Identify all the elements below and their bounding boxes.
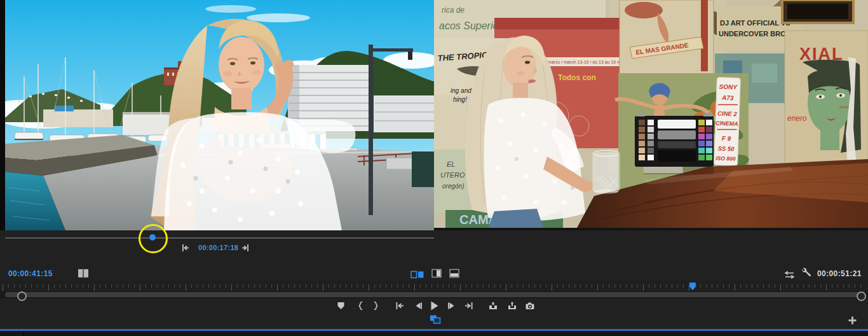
- add-marker-button[interactable]: [336, 300, 346, 311]
- extract-icon: [507, 301, 517, 311]
- view-mode-vertical-split[interactable]: [431, 268, 442, 278]
- yellow-highlight-annotation: [139, 224, 168, 253]
- svg-text:CINEMA: CINEMA: [715, 120, 738, 127]
- go-to-out-button[interactable]: [463, 300, 474, 311]
- swap-sides-button[interactable]: [783, 270, 795, 280]
- svg-text:EL: EL: [447, 160, 455, 168]
- camera-icon: [525, 301, 535, 311]
- go-to-in-button[interactable]: [394, 300, 405, 311]
- step-back-icon: [414, 301, 423, 311]
- go-to-in-button-mini[interactable]: [180, 242, 191, 253]
- view-mode-horizontal-split[interactable]: [449, 268, 460, 278]
- view-mode-side-by-side[interactable]: [410, 269, 425, 279]
- svg-text:UTERO: UTERO: [440, 171, 465, 179]
- lift-button[interactable]: [487, 300, 498, 311]
- vertical-split-icon: [431, 269, 442, 278]
- reference-scrubber-track[interactable]: [5, 237, 434, 239]
- light-pole: [369, 45, 373, 215]
- wrench-icon: [801, 267, 811, 277]
- svg-text:SS 50: SS 50: [717, 145, 735, 153]
- ruler-large-ticks: [3, 284, 865, 291]
- svg-text:oregón): oregón): [442, 183, 464, 190]
- panel-divider: [23, 331, 24, 336]
- mark-in-icon: [355, 301, 365, 311]
- playhead[interactable]: [689, 282, 696, 291]
- end-timecode: 00:00:51:21: [817, 269, 862, 278]
- lift-icon: [488, 301, 498, 311]
- crystal-glass: [593, 151, 620, 194]
- extract-button[interactable]: [506, 300, 517, 311]
- svg-text:ing and: ing and: [451, 87, 471, 94]
- button-editor-button[interactable]: [848, 316, 857, 325]
- jeans: [488, 209, 543, 228]
- settings-button[interactable]: [801, 267, 812, 277]
- scrollbar-handle-right[interactable]: [857, 291, 866, 301]
- poster-trapeze: EL MAS GRANDE: [620, 0, 714, 75]
- poster-wall-scene-illustration: rica de acos Superiores al 19 de marzo /…: [434, 0, 868, 228]
- swap-icon: [784, 271, 795, 279]
- current-timecode[interactable]: 00:00:41:15: [8, 269, 53, 278]
- picture-frame: [782, 0, 853, 23]
- comparison-view-icon: [428, 314, 442, 325]
- reference-timecode[interactable]: 00:00:17:18: [198, 244, 238, 251]
- go-to-out-icon: [241, 244, 250, 252]
- svg-text:A73: A73: [721, 94, 734, 102]
- svg-text:SONY: SONY: [719, 83, 738, 91]
- step-forward-button[interactable]: [446, 300, 457, 311]
- horizontal-split-icon: [449, 269, 459, 278]
- mark-in-button[interactable]: [355, 300, 365, 311]
- play-button[interactable]: [429, 300, 440, 311]
- svg-text:rica de: rica de: [442, 6, 465, 15]
- video-frame-right-current: rica de acos Superiores al 19 de marzo /…: [434, 0, 868, 228]
- export-frame-button[interactable]: [524, 300, 535, 311]
- svg-text:ISO 800: ISO 800: [715, 155, 736, 162]
- svg-text:F 9: F 9: [722, 135, 731, 143]
- mark-out-icon: [372, 301, 381, 311]
- color-checker-chart: [635, 114, 714, 167]
- playhead-icon: [689, 282, 696, 291]
- marker-icon: [336, 301, 346, 311]
- shot-comparison-button[interactable]: [77, 268, 90, 278]
- scrollbar-handle-left[interactable]: [17, 291, 27, 301]
- play-icon: [429, 300, 440, 311]
- step-back-button[interactable]: [413, 300, 424, 311]
- harbor-scene-illustration: [5, 0, 434, 230]
- svg-text:hing!: hing!: [453, 96, 467, 103]
- timeline-scrollbar[interactable]: [5, 292, 863, 297]
- svg-text:enero: enero: [787, 114, 807, 123]
- plus-icon: [848, 316, 857, 325]
- comparison-view-toggle[interactable]: [428, 314, 442, 325]
- source-monitor-comparison-panel: rica de acos Superiores al 19 de marzo /…: [0, 0, 868, 336]
- book-icon: [78, 269, 89, 278]
- go-to-in-icon: [181, 244, 190, 252]
- go-to-out-button-mini[interactable]: [240, 242, 251, 253]
- next-panel-edge: [0, 331, 868, 336]
- camera-settings-card: SONY A73 CINE 2 CINEMA F 9 SS 50 ISO 800: [714, 77, 741, 165]
- go-to-in-icon: [395, 301, 405, 311]
- svg-text:CINE 2: CINE 2: [717, 109, 738, 117]
- mark-out-button[interactable]: [371, 300, 382, 311]
- go-to-out-icon: [464, 301, 474, 311]
- svg-text:Todos con: Todos con: [558, 73, 596, 82]
- video-frame-left-reference: [5, 0, 434, 230]
- side-by-side-icon: [410, 270, 424, 279]
- step-forward-icon: [447, 301, 456, 311]
- svg-text:DJ ART OFFICIAL VS: DJ ART OFFICIAL VS: [720, 19, 790, 27]
